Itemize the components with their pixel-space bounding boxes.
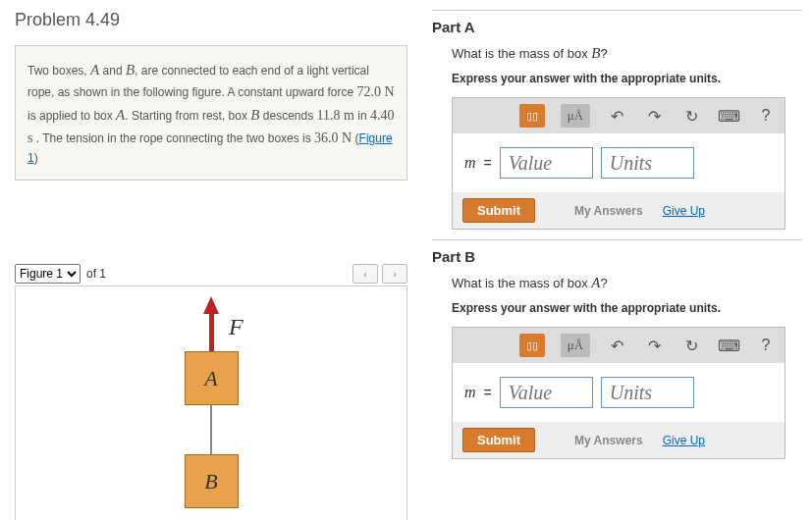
- distance-value: 11.8 m: [317, 108, 354, 123]
- keyboard-icon[interactable]: ⌨: [718, 105, 739, 127]
- figure-canvas: F A B: [15, 286, 407, 520]
- part-a-title: Part A: [432, 19, 802, 35]
- text: (: [352, 131, 358, 145]
- problem-statement: Two boxes, A and B, are connected to eac…: [15, 45, 407, 181]
- text: ?: [601, 276, 608, 290]
- part-b-question: What is the mass of box A?: [452, 275, 802, 291]
- variable-label: m: [464, 154, 476, 172]
- text: What is the mass of box: [452, 276, 591, 290]
- redo-icon[interactable]: ↷: [643, 335, 665, 356]
- redo-icon[interactable]: ↷: [643, 105, 665, 127]
- undo-icon[interactable]: ↶: [606, 105, 627, 127]
- part-b-answer-box: ▯▯ μÅ ↶ ↷ ↻ ⌨ ? m = Submit My Answers Gi…: [452, 327, 785, 459]
- box-A: A: [185, 351, 239, 405]
- var-B: B: [126, 62, 135, 78]
- force-value: 72.0 N: [357, 84, 395, 99]
- text: . Starting from rest, box: [125, 109, 250, 123]
- var-A: A: [591, 275, 600, 290]
- equals: =: [484, 155, 492, 171]
- force-label: F: [229, 314, 244, 340]
- force-arrow-stem: [209, 314, 214, 351]
- equals: =: [484, 385, 492, 400]
- part-b-value-input[interactable]: [500, 377, 593, 408]
- figure-nav-bar: Figure 1 of 1 ‹ ›: [15, 264, 407, 286]
- divider: [432, 239, 802, 240]
- variable-label: m: [464, 384, 476, 401]
- part-b-toolbar: ▯▯ μÅ ↶ ↷ ↻ ⌨ ?: [453, 328, 785, 363]
- units-icon[interactable]: μÅ: [561, 104, 590, 128]
- divider: [432, 10, 802, 11]
- give-up-link[interactable]: Give Up: [663, 434, 705, 447]
- text: ): [34, 151, 38, 165]
- reset-icon[interactable]: ↻: [680, 335, 702, 356]
- part-a-submit-row: Submit My Answers Give Up: [453, 192, 785, 229]
- keyboard-icon[interactable]: ⌨: [718, 335, 739, 356]
- part-a-submit-button[interactable]: Submit: [462, 198, 535, 223]
- text: Two boxes,: [27, 64, 90, 78]
- text: What is the mass of box: [452, 46, 591, 61]
- help-icon[interactable]: ?: [755, 105, 777, 127]
- force-arrow-icon: [203, 296, 219, 314]
- var-B: B: [591, 45, 600, 61]
- reset-icon[interactable]: ↻: [680, 105, 702, 127]
- text: . The tension in the rope connecting the…: [32, 131, 314, 145]
- part-a-value-input[interactable]: [500, 147, 593, 179]
- figure-next-button[interactable]: ›: [382, 264, 407, 284]
- fraction-icon[interactable]: ▯▯: [519, 334, 545, 357]
- fraction-icon[interactable]: ▯▯: [519, 104, 545, 128]
- problem-title: Problem 4.49: [15, 10, 407, 30]
- part-a-instruction: Express your answer with the appropriate…: [452, 72, 802, 85]
- part-a-answer-box: ▯▯ μÅ ↶ ↷ ↻ ⌨ ? m = Submit My Answers Gi…: [452, 97, 785, 230]
- my-answers-link[interactable]: My Answers: [574, 204, 643, 218]
- text: in: [354, 109, 370, 123]
- text: is applied to box: [27, 109, 116, 123]
- text: descends: [259, 109, 316, 123]
- units-icon[interactable]: μÅ: [561, 334, 590, 357]
- figure-count: of 1: [84, 267, 106, 281]
- text: ?: [601, 46, 608, 61]
- var-A: A: [90, 62, 99, 78]
- part-a-question: What is the mass of box B?: [452, 45, 802, 62]
- part-b-instruction: Express your answer with the appropriate…: [452, 301, 802, 315]
- figure-prev-button[interactable]: ‹: [352, 264, 378, 284]
- undo-icon[interactable]: ↶: [606, 335, 627, 356]
- part-a-toolbar: ▯▯ μÅ ↶ ↷ ↻ ⌨ ?: [453, 98, 785, 133]
- text: and: [99, 64, 126, 78]
- give-up-link[interactable]: Give Up: [663, 204, 705, 218]
- my-answers-link[interactable]: My Answers: [574, 434, 643, 447]
- box-B: B: [185, 454, 239, 508]
- var-A: A: [116, 107, 125, 123]
- help-icon[interactable]: ?: [755, 335, 777, 356]
- part-b-submit-row: Submit My Answers Give Up: [453, 422, 785, 458]
- rope: [210, 405, 212, 454]
- part-b-submit-button[interactable]: Submit: [462, 428, 535, 452]
- part-b-title: Part B: [432, 248, 802, 265]
- part-b-input-row: m =: [453, 363, 785, 422]
- figure-select[interactable]: Figure 1: [15, 264, 81, 284]
- tension-value: 36.0 N: [314, 130, 352, 145]
- part-a-input-row: m =: [453, 133, 785, 192]
- part-b-units-input[interactable]: [601, 377, 694, 408]
- part-a-units-input[interactable]: [601, 147, 694, 179]
